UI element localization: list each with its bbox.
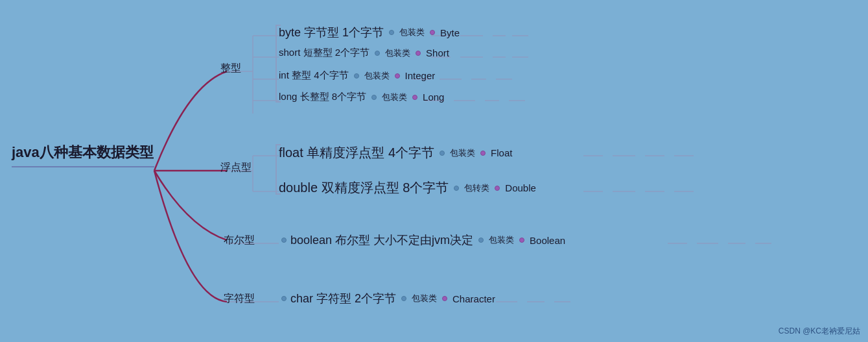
float-label: 浮点型 (220, 161, 252, 175)
long-dot2 (412, 95, 417, 100)
double-wrapper-label: 包转类 (464, 182, 489, 194)
short-wrapper-label: 包装类 (385, 47, 410, 59)
char-wrapper-label: 包装类 (412, 293, 437, 304)
boolean-text: boolean 布尔型 大小不定由jvm决定 (290, 232, 473, 248)
integer-bracket (276, 25, 281, 103)
short-dot2 (416, 51, 421, 56)
char-dot1 (401, 296, 406, 301)
byte-row: byte 字节型 1个字节 包装类 Byte (279, 25, 460, 40)
int-text: int 整型 4个字节 (279, 69, 349, 82)
byte-wrapper-label: 包装类 (399, 27, 425, 38)
boolean-wrapper-value: Boolean (530, 235, 565, 246)
float-wrapper-value: Float (491, 147, 512, 158)
double-dot1 (454, 186, 459, 191)
long-wrapper-value: Long (423, 92, 444, 103)
char-label: 字符型 (224, 292, 255, 306)
int-dot1 (354, 73, 359, 79)
short-text: short 短整型 2个字节 (279, 47, 369, 59)
int-wrapper-value: Integer (405, 70, 436, 81)
long-row: long 长整型 8个字节 包装类 Long (279, 91, 444, 103)
watermark: CSDN @KC老衲爱尼姑 (779, 326, 860, 337)
long-dot1 (371, 95, 377, 100)
char-row: char 字符型 2个字节 包装类 Character (279, 291, 495, 306)
boolean-label: 布尔型 (224, 234, 255, 247)
char-dot2 (442, 296, 447, 301)
long-wrapper-label: 包装类 (382, 92, 407, 103)
float-dot1 (440, 151, 445, 156)
main-container: java八种基本数据类型 (0, 0, 868, 342)
double-text: double 双精度浮点型 8个字节 (279, 179, 449, 197)
float-dot2 (480, 151, 486, 156)
boolean-dot0 (281, 238, 287, 243)
double-wrapper-value: Double (505, 182, 536, 193)
main-title: java八种基本数据类型 (12, 143, 154, 162)
double-dot2 (495, 186, 500, 191)
long-text: long 长整型 8个字节 (279, 91, 366, 103)
byte-dot1 (389, 30, 394, 35)
char-text: char 字符型 2个字节 (290, 291, 396, 306)
char-wrapper-value: Character (452, 293, 495, 304)
boolean-dot2 (519, 238, 524, 243)
int-dot2 (395, 73, 400, 79)
int-wrapper-label: 包装类 (364, 70, 390, 82)
float-wrapper-label: 包装类 (450, 147, 475, 159)
short-row: short 短整型 2个字节 包装类 Short (279, 47, 449, 59)
float-bracket (276, 144, 281, 195)
byte-text: byte 字节型 1个字节 (279, 25, 384, 40)
float-text: float 单精度浮点型 4个字节 (279, 144, 434, 162)
double-row: double 双精度浮点型 8个字节 包转类 Double (279, 179, 536, 197)
integer-label: 整型 (220, 62, 241, 75)
boolean-dot1 (478, 238, 484, 243)
short-wrapper-value: Short (426, 47, 449, 58)
int-row: int 整型 4个字节 包装类 Integer (279, 69, 435, 82)
char-dot0 (281, 296, 287, 301)
title-underline (12, 166, 154, 167)
boolean-wrapper-label: 包装类 (489, 234, 514, 246)
boolean-row: boolean 布尔型 大小不定由jvm决定 包装类 Boolean (279, 232, 565, 248)
byte-wrapper-value: Byte (440, 27, 460, 38)
byte-dot2 (430, 30, 435, 35)
float-row: float 单精度浮点型 4个字节 包装类 Float (279, 144, 512, 162)
short-dot1 (375, 51, 380, 56)
